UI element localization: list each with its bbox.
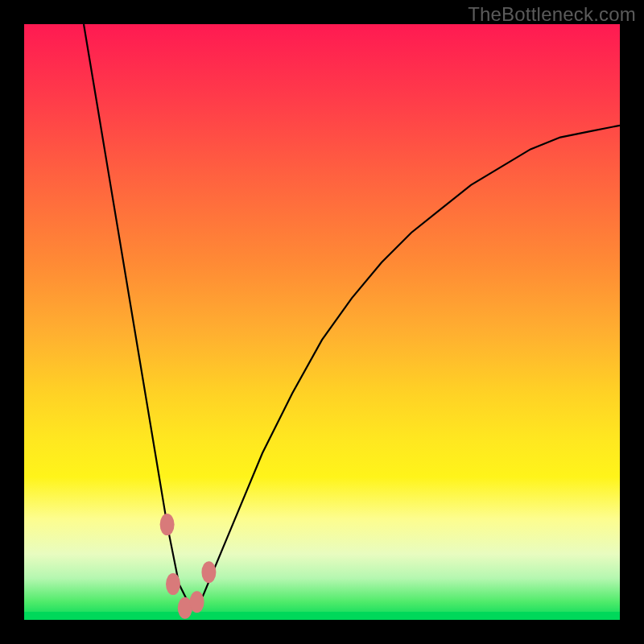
plot-area	[24, 24, 620, 620]
marker-dot	[190, 591, 204, 613]
marker-layer	[24, 24, 620, 620]
watermark-text: TheBottleneck.com	[468, 3, 636, 26]
marker-dot	[166, 573, 180, 595]
marker-dot	[201, 561, 216, 583]
marker-dot	[160, 514, 175, 535]
chart-frame: TheBottleneck.com	[0, 0, 644, 644]
marker-group	[160, 514, 217, 619]
